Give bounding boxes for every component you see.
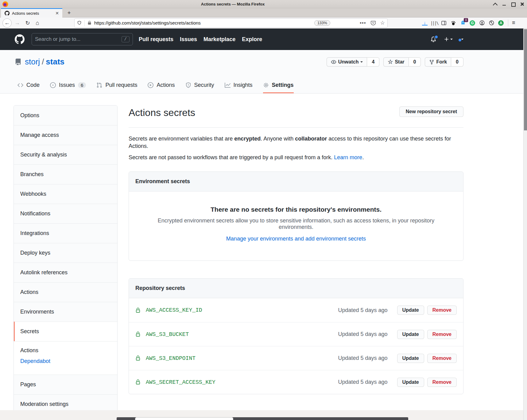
forward-button[interactable]: → xyxy=(14,20,21,26)
remove-button[interactable]: Remove xyxy=(427,330,457,339)
repo-owner-link[interactable]: storj xyxy=(25,57,40,67)
account-icon[interactable] xyxy=(479,20,485,26)
secret-updated: Updated 5 days ago xyxy=(338,307,387,314)
sidebar-item-branches[interactable]: Branches xyxy=(14,164,117,184)
remove-button[interactable]: Remove xyxy=(427,378,457,387)
sidebar-item-environments[interactable]: Environments xyxy=(14,302,117,322)
sidebar-item-integrations[interactable]: Integrations xyxy=(14,223,117,243)
sidebar-subitem-dependabot[interactable]: Dependabot xyxy=(20,358,117,364)
user-menu[interactable] xyxy=(460,37,463,41)
sidebar-item-pages[interactable]: Pages xyxy=(14,375,117,394)
learn-more-link[interactable]: Learn more xyxy=(334,154,362,160)
tab-label: Code xyxy=(26,82,40,88)
url-bar[interactable]: https://github.com/storj/stats/settings/… xyxy=(74,18,388,28)
secret-name: AWS_S3_BUCKET xyxy=(146,331,189,337)
window-shade-button[interactable] xyxy=(493,2,497,6)
extension-badge: 0 xyxy=(464,18,468,22)
header-nav-issues[interactable]: Issues xyxy=(180,36,197,43)
lock-icon xyxy=(135,379,141,385)
repo-tab-code[interactable]: Code xyxy=(17,82,40,93)
new-tab-button[interactable]: + xyxy=(65,9,73,17)
manage-environments-link[interactable]: Manage your environments and add environ… xyxy=(226,236,366,242)
fork-count[interactable]: 0 xyxy=(451,57,463,67)
update-button[interactable]: Update xyxy=(397,306,424,315)
sidebars-icon[interactable] xyxy=(441,20,447,26)
sidebar-item-deploy-keys[interactable]: Deploy keys xyxy=(14,243,117,263)
taskbar-item[interactable] xyxy=(135,417,233,420)
repo-name-link[interactable]: stats xyxy=(46,57,64,67)
header-nav-explore[interactable]: Explore xyxy=(242,36,262,43)
repo-tab-insights[interactable]: Insights xyxy=(225,82,253,93)
window-minimize-button[interactable] xyxy=(502,2,506,6)
gnome-foot-icon[interactable] xyxy=(451,20,456,26)
repo-tab-issues[interactable]: Issues6 xyxy=(50,82,86,93)
repo-tab-pull-requests[interactable]: Pull requests xyxy=(96,82,137,93)
search-input[interactable]: Search or jump to... / xyxy=(32,33,133,45)
repo-tab-security[interactable]: Security xyxy=(185,82,214,93)
update-button[interactable]: Update xyxy=(397,378,424,387)
back-button[interactable]: ← xyxy=(2,18,12,28)
star-button[interactable]: ☆ Star xyxy=(383,57,409,67)
repo-tab-settings[interactable]: Settings xyxy=(263,82,294,93)
empty-state-description: Encrypted environment secrets allow you … xyxy=(141,218,451,230)
url-text[interactable]: https://github.com/storj/stats/settings/… xyxy=(94,20,201,25)
update-button[interactable]: Update xyxy=(397,354,424,363)
grammarly-icon[interactable]: G xyxy=(470,20,475,26)
watch-button-group: Unwatch 4 xyxy=(327,57,380,67)
sidebar-item-manage-access[interactable]: Manage access xyxy=(14,125,117,145)
github-logo-icon[interactable] xyxy=(15,34,25,44)
star-count[interactable]: 0 xyxy=(409,57,421,67)
fork-button[interactable]: Fork xyxy=(425,57,451,67)
browser-tab-actions-secrets[interactable]: Actions secrets ✕ xyxy=(1,8,62,17)
home-button[interactable]: ⌂ xyxy=(34,20,41,26)
downloads-icon[interactable]: ↓ xyxy=(422,21,428,25)
window-close-button[interactable] xyxy=(520,2,524,6)
secret-updated: Updated 5 days ago xyxy=(338,355,387,361)
bookmark-star-icon[interactable]: ☆ xyxy=(380,20,385,26)
privacy-wheel-icon[interactable] xyxy=(489,20,494,26)
github-favicon xyxy=(5,11,10,16)
adblock-icon[interactable]: A xyxy=(498,20,504,26)
taskbar[interactable] xyxy=(117,417,408,420)
sidebar-item-security-analysis[interactable]: Security & analysis xyxy=(14,145,117,164)
eye-icon xyxy=(331,59,336,65)
tab-close-icon[interactable]: ✕ xyxy=(54,11,60,16)
notifications-bell-icon[interactable] xyxy=(430,36,436,42)
pocket-icon[interactable] xyxy=(371,21,376,25)
secret-updated: Updated 5 days ago xyxy=(338,379,387,385)
ghost-extension-icon[interactable]: 0 xyxy=(460,20,466,26)
window-maximize-button[interactable] xyxy=(511,2,515,6)
settings-sidebar: OptionsManage accessSecurity & analysisB… xyxy=(14,105,118,414)
secret-updated: Updated 5 days ago xyxy=(338,331,387,337)
header-nav-marketplace[interactable]: Marketplace xyxy=(203,36,235,43)
tab-title: Actions secrets xyxy=(12,11,54,16)
menu-icon[interactable]: ≡ xyxy=(512,20,515,26)
unwatch-button[interactable]: Unwatch xyxy=(327,57,367,67)
sidebar-item-options[interactable]: Options xyxy=(14,106,117,125)
create-new-button[interactable] xyxy=(444,37,453,42)
sidebar-item-actions[interactable]: Actions xyxy=(14,282,117,302)
reload-button[interactable]: ↻ xyxy=(24,20,31,26)
header-nav-pull-requests[interactable]: Pull requests xyxy=(139,36,173,43)
update-button[interactable]: Update xyxy=(397,330,424,339)
remove-button[interactable]: Remove xyxy=(427,306,457,315)
chevron-down-icon xyxy=(360,61,363,64)
sidebar-subitem-actions[interactable]: Actions xyxy=(20,347,117,354)
new-repository-secret-button[interactable]: New repository secret xyxy=(399,106,463,117)
tracking-shield-icon[interactable] xyxy=(77,21,82,25)
sidebar-item-webhooks[interactable]: Webhooks xyxy=(14,184,117,204)
page-actions-icon[interactable]: ••• xyxy=(360,20,366,26)
sidebar-item-secrets[interactable]: Secrets xyxy=(14,322,117,341)
remove-button[interactable]: Remove xyxy=(427,354,457,363)
scrollbar-thumb[interactable] xyxy=(524,29,527,130)
repo-tab-actions[interactable]: Actions xyxy=(148,82,175,93)
library-icon[interactable]: |||\ xyxy=(432,20,437,26)
scrollbar[interactable] xyxy=(523,29,527,420)
intro-paragraph-1: Secrets are environment variables that a… xyxy=(129,135,463,150)
notification-dot xyxy=(434,35,438,39)
sidebar-item-autolink-references[interactable]: Autolink references xyxy=(14,263,117,282)
zoom-level-badge[interactable]: 133% xyxy=(314,20,330,26)
tab-label: Issues xyxy=(59,82,75,88)
sidebar-item-notifications[interactable]: Notifications xyxy=(14,204,117,223)
watch-count[interactable]: 4 xyxy=(367,57,379,67)
